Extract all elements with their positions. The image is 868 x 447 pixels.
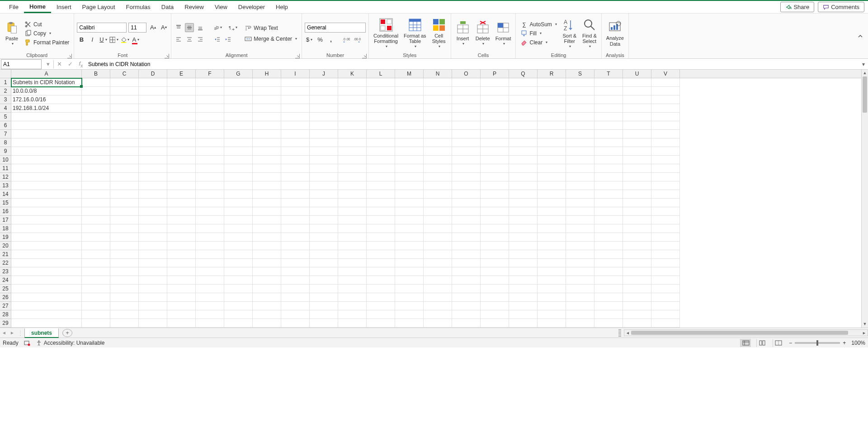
- cell[interactable]: [509, 147, 538, 156]
- cell[interactable]: [167, 104, 196, 113]
- cell[interactable]: [481, 233, 509, 242]
- cell[interactable]: [167, 285, 196, 293]
- cell[interactable]: [139, 199, 167, 207]
- cell[interactable]: [224, 285, 253, 293]
- cell[interactable]: [367, 87, 395, 95]
- cell[interactable]: [538, 147, 566, 156]
- cell[interactable]: [395, 310, 424, 319]
- cell[interactable]: [367, 267, 395, 276]
- cell[interactable]: [395, 267, 424, 276]
- cell[interactable]: [538, 164, 566, 173]
- cell[interactable]: [310, 190, 338, 199]
- cell[interactable]: [139, 267, 167, 276]
- cell[interactable]: [367, 78, 395, 87]
- paste-button[interactable]: Paste: [3, 19, 21, 47]
- cell[interactable]: [11, 199, 82, 207]
- underline-button[interactable]: U: [99, 35, 108, 44]
- cell[interactable]: [196, 310, 224, 319]
- cell[interactable]: [594, 130, 623, 138]
- cell[interactable]: [538, 113, 566, 121]
- cell[interactable]: [367, 233, 395, 242]
- cell[interactable]: [623, 156, 651, 164]
- cell[interactable]: [338, 104, 367, 113]
- row-header[interactable]: 9: [0, 147, 11, 156]
- cell[interactable]: [367, 207, 395, 216]
- cell[interactable]: [367, 147, 395, 156]
- column-header[interactable]: P: [481, 70, 509, 78]
- align-center-button[interactable]: [185, 35, 194, 44]
- horizontal-scrollbar[interactable]: ◄ ►: [624, 329, 868, 336]
- cell[interactable]: [338, 267, 367, 276]
- cell[interactable]: [651, 199, 680, 207]
- cell[interactable]: [566, 319, 594, 328]
- cell[interactable]: [310, 156, 338, 164]
- cell[interactable]: [566, 113, 594, 121]
- cell[interactable]: [367, 259, 395, 267]
- cell[interactable]: [253, 147, 281, 156]
- cell[interactable]: [224, 78, 253, 87]
- cell[interactable]: [538, 104, 566, 113]
- cell[interactable]: [139, 233, 167, 242]
- cell[interactable]: [509, 199, 538, 207]
- cell[interactable]: [110, 156, 139, 164]
- cell[interactable]: [538, 216, 566, 224]
- align-bottom-button[interactable]: [196, 23, 205, 32]
- cell[interactable]: [623, 181, 651, 190]
- cell[interactable]: [110, 285, 139, 293]
- expand-formula-bar-button[interactable]: ▾: [859, 61, 868, 67]
- cell[interactable]: [167, 267, 196, 276]
- cell[interactable]: [566, 216, 594, 224]
- cell[interactable]: [651, 293, 680, 302]
- cell[interactable]: [424, 293, 452, 302]
- cell[interactable]: [623, 130, 651, 138]
- cell[interactable]: [338, 259, 367, 267]
- cell[interactable]: [481, 121, 509, 130]
- cell[interactable]: [224, 233, 253, 242]
- row-header[interactable]: 18: [0, 224, 11, 233]
- cell[interactable]: [11, 250, 82, 259]
- tab-insert[interactable]: Insert: [51, 2, 77, 12]
- cell[interactable]: [253, 276, 281, 285]
- cell[interactable]: [538, 173, 566, 181]
- align-top-button[interactable]: [174, 23, 183, 32]
- cell[interactable]: [594, 147, 623, 156]
- cell[interactable]: [452, 87, 481, 95]
- column-header[interactable]: E: [167, 70, 196, 78]
- column-header[interactable]: V: [651, 70, 680, 78]
- scroll-thumb-v[interactable]: [863, 76, 867, 113]
- cell[interactable]: [481, 293, 509, 302]
- cell[interactable]: [11, 216, 82, 224]
- row-header[interactable]: 28: [0, 310, 11, 319]
- cell[interactable]: [167, 95, 196, 104]
- cell[interactable]: [281, 164, 310, 173]
- cell[interactable]: [481, 216, 509, 224]
- cell[interactable]: [566, 147, 594, 156]
- cell[interactable]: [11, 285, 82, 293]
- font-name-input[interactable]: [77, 23, 127, 33]
- cell[interactable]: [651, 87, 680, 95]
- cell[interactable]: [395, 207, 424, 216]
- number-format-select[interactable]: [305, 23, 366, 33]
- cell[interactable]: [167, 121, 196, 130]
- cell[interactable]: [110, 250, 139, 259]
- cell[interactable]: [566, 242, 594, 250]
- cell[interactable]: [623, 78, 651, 87]
- cell[interactable]: [196, 285, 224, 293]
- column-header[interactable]: A: [11, 70, 82, 78]
- cell[interactable]: [224, 130, 253, 138]
- cell[interactable]: [395, 87, 424, 95]
- column-header[interactable]: N: [424, 70, 452, 78]
- cell[interactable]: [481, 242, 509, 250]
- row-header[interactable]: 23: [0, 267, 11, 276]
- cell[interactable]: [424, 250, 452, 259]
- cell[interactable]: [367, 104, 395, 113]
- cell[interactable]: [110, 233, 139, 242]
- row-header[interactable]: 4: [0, 104, 11, 113]
- row-header[interactable]: 19: [0, 233, 11, 242]
- align-middle-button[interactable]: [185, 23, 194, 32]
- cell[interactable]: [538, 259, 566, 267]
- cell[interactable]: [395, 190, 424, 199]
- cell[interactable]: [167, 233, 196, 242]
- cell[interactable]: [651, 207, 680, 216]
- normal-view-button[interactable]: [740, 339, 751, 347]
